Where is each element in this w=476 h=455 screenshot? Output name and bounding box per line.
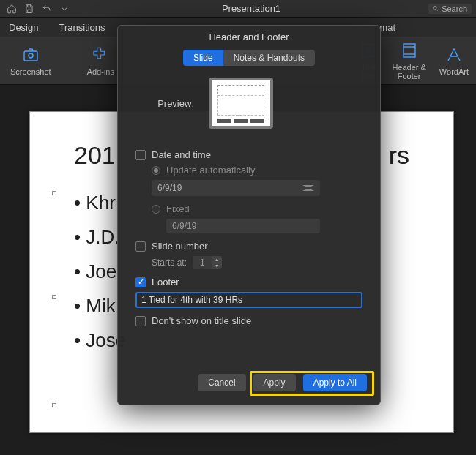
ribbon-screenshot-label: Screenshot [10,67,51,76]
selection-handle[interactable] [52,295,56,299]
header-footer-dialog: Header and Footer Slide Notes & Handouts… [117,25,381,405]
selection-handle[interactable] [52,403,56,407]
chevron-down-icon[interactable]: ▼ [212,263,222,269]
label-starts-at: Starts at: [152,257,187,268]
ribbon-headerfooter[interactable]: Header & Footer [392,41,425,80]
preview-thumbnail [209,78,273,129]
selection-handle[interactable] [52,191,56,195]
tab-format-cut[interactable]: mat [379,22,395,33]
redo-dropdown-icon[interactable] [57,1,72,16]
svg-point-2 [29,53,33,58]
radio-update-auto[interactable] [152,166,160,175]
tab-design[interactable]: Design [9,22,38,33]
tab-slide[interactable]: Slide [183,50,223,66]
preview-label: Preview: [135,98,194,109]
chevron-up-icon[interactable]: ▲ [212,256,222,263]
checkbox-date-time[interactable] [135,150,146,160]
undo-icon[interactable] [40,1,54,16]
ribbon-wordart[interactable]: WordArt [439,45,469,76]
wordart-icon [445,46,463,64]
combo-auto-date[interactable]: 6/9/19 [152,180,320,196]
label-dont-show-title: Don't show on title slide [152,315,251,326]
tab-notes-handouts[interactable]: Notes & Handouts [223,50,315,66]
document-title: Presentation1 [75,3,428,14]
camera-icon [22,46,40,64]
search-placeholder: Search [442,4,467,13]
tab-transitions[interactable]: Transitions [59,22,105,33]
apply-button[interactable]: Apply [253,374,296,391]
cancel-button[interactable]: Cancel [198,374,245,391]
checkbox-dont-show-title[interactable] [135,316,146,326]
save-icon[interactable] [22,1,37,16]
ribbon-screenshot[interactable]: Screenshot [10,45,51,76]
svg-point-0 [434,6,437,10]
label-fixed: Fixed [166,203,190,214]
ribbon-addins[interactable]: Add-ins [87,45,114,76]
ribbon-addins-label: Add-ins [87,67,114,76]
svg-rect-1 [24,51,37,61]
dialog-buttons: Cancel Apply Apply to All [118,374,380,405]
field-fixed-date[interactable]: 6/9/19 [166,219,320,233]
checkbox-footer[interactable] [135,277,146,287]
label-update-auto: Update automatically [166,165,255,176]
search-input[interactable]: Search [428,4,472,14]
label-footer: Footer [152,277,179,287]
home-icon[interactable] [4,1,19,16]
ribbon-wordart-label: WordArt [439,67,469,76]
titlebar: Presentation1 Search [0,0,476,18]
dialog-tabs: Slide Notes & Handouts [118,50,380,66]
input-footer-text[interactable]: 1 Tied for 4th with 39 HRs [135,292,362,308]
radio-fixed[interactable] [152,205,160,214]
checkbox-slide-number[interactable] [135,241,146,252]
ribbon-headerfooter-label: Header & Footer [392,63,425,80]
headerfooter-icon [401,42,418,59]
label-slide-number: Slide number [152,241,208,252]
apply-all-button[interactable]: Apply to All [303,374,367,391]
label-date-time: Date and time [152,149,211,160]
addins-icon [92,46,109,64]
dialog-title: Header and Footer [118,26,380,50]
search-icon [432,4,439,12]
stepper-starts-at[interactable]: 1 ▲▼ [193,256,222,269]
svg-rect-4 [404,44,415,57]
